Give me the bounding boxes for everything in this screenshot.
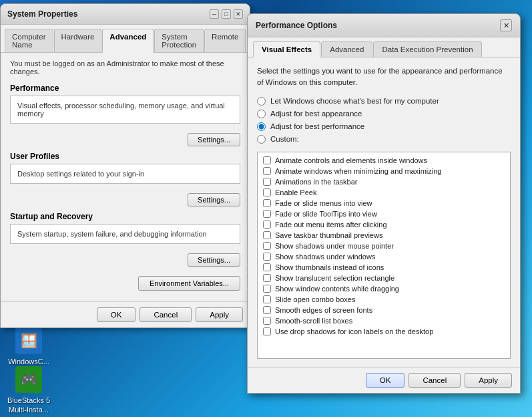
checkbox-slide-combo-label: Slide open combo boxes [275,295,355,303]
maximize-button[interactable]: □ [222,9,231,19]
radio-best-performance-label: Adjust for best performance [270,122,364,130]
checkbox-fade-menu-items[interactable]: Fade out menu items after clicking [258,219,510,230]
perf-ok-button[interactable]: OK [366,373,405,388]
checkbox-smooth-scroll-label: Smooth-scroll list boxes [275,317,352,325]
checkbox-translucent-selection-input[interactable] [263,274,271,282]
environment-variables-button[interactable]: Environment Variables... [138,276,240,291]
tab-system-protection[interactable]: System Protection [154,29,204,52]
cancel-button[interactable]: Cancel [140,307,192,322]
checkbox-fade-menus-input[interactable] [263,199,271,207]
checkbox-save-thumbnail[interactable]: Save taskbar thumbnail previews [258,230,510,241]
user-profiles-desc: Desktop settings related to your sign-in [17,170,233,178]
checkbox-drop-shadows[interactable]: Use drop shadows for icon labels on the … [258,326,510,337]
perf-apply-button[interactable]: Apply [465,373,512,388]
startup-desc: System startup, system failure, and debu… [17,230,233,238]
checkbox-shadows-windows-input[interactable] [263,253,271,261]
env-btn-row: Environment Variables... [10,272,240,295]
radio-custom[interactable]: Custom: [257,135,511,144]
radio-best-performance-input[interactable] [257,122,266,131]
perf-tab-advanced[interactable]: Advanced [321,41,372,57]
checkbox-animate-controls-input[interactable] [263,156,271,164]
checkbox-smooth-edges-label: Smooth edges of screen fonts [275,306,372,314]
checkbox-shadows-pointer[interactable]: Show shadows under mouse pointer [258,241,510,251]
checkbox-enable-peek-input[interactable] [263,188,271,196]
checkbox-animate-controls-label: Animate controls and elements inside win… [275,156,427,164]
checkbox-smooth-scroll[interactable]: Smooth-scroll list boxes [258,315,510,326]
desktop-icon-windowsc[interactable]: 🪟 WindowsC... [5,327,52,366]
checkbox-slide-combo[interactable]: Slide open combo boxes [258,294,510,305]
checkbox-animations-taskbar[interactable]: Animations in the taskbar [258,176,510,187]
checkbox-translucent-selection-label: Show translucent selection rectangle [275,274,394,282]
tab-remote[interactable]: Remote [204,29,246,52]
checkbox-animations-taskbar-input[interactable] [263,178,271,186]
checkbox-enable-peek-label: Enable Peek [275,188,316,196]
checkbox-fade-tooltips[interactable]: Fade or slide ToolTips into view [258,208,510,219]
perf-tab-data-execution[interactable]: Data Execution Prevention [373,41,481,57]
checkbox-animate-controls[interactable]: Animate controls and elements inside win… [258,155,510,166]
startup-box: System startup, system failure, and debu… [10,224,240,244]
checkbox-animations-taskbar-label: Animations in the taskbar [275,178,358,186]
perf-dialog-title: Performance Options [256,21,337,30]
checkbox-smooth-edges[interactable]: Smooth edges of screen fonts [258,305,510,315]
desktop-icon-bluestacks[interactable]: 🎮 BlueStacks 5 Multi-Insta... [5,366,52,415]
checkbox-fade-menu-items-label: Fade out menu items after clicking [275,221,387,229]
minimize-button[interactable]: ─ [210,9,219,19]
apply-button[interactable]: Apply [196,307,243,322]
user-profiles-settings-button[interactable]: Settings... [188,193,240,206]
checkbox-thumbnails-icons-input[interactable] [263,263,271,271]
radio-group: Let Windows choose what's best for my co… [257,97,511,144]
checkbox-fade-menus-label: Fade or slide menus into view [275,199,372,207]
checkbox-fade-tooltips-input[interactable] [263,210,271,218]
checkbox-translucent-selection[interactable]: Show translucent selection rectangle [258,273,510,283]
performance-settings-button[interactable]: Settings... [188,133,240,146]
performance-options-dialog: Performance Options ✕ Visual Effects Adv… [247,13,521,394]
radio-best-appearance-input[interactable] [257,110,266,118]
checkbox-animate-windows[interactable]: Animate windows when minimizing and maxi… [258,166,510,176]
ok-button[interactable]: OK [97,307,136,322]
performance-box: Visual effects, processor scheduling, me… [10,96,240,124]
desktop-icon-windowsc-label: WindowsC... [8,357,49,366]
tab-hardware[interactable]: Hardware [54,29,102,52]
tab-computer-name[interactable]: Computer Name [5,29,53,52]
checkbox-window-contents-input[interactable] [263,285,271,293]
checkbox-drop-shadows-label: Use drop shadows for icon labels on the … [275,327,433,335]
radio-best-appearance[interactable]: Adjust for best appearance [257,110,511,118]
perf-tab-visual-effects[interactable]: Visual Effects [253,41,320,57]
startup-title: Startup and Recovery [10,212,240,221]
perf-footer: OK Cancel Apply [248,367,520,393]
performance-desc: Visual effects, processor scheduling, me… [17,102,233,118]
performance-section: Performance Visual effects, processor sc… [10,84,240,149]
checkbox-save-thumbnail-label: Save taskbar thumbnail previews [275,231,382,239]
checkbox-shadows-pointer-label: Show shadows under mouse pointer [275,242,394,250]
perf-close-button[interactable]: ✕ [500,19,512,31]
checkbox-fade-menu-items-input[interactable] [263,221,271,229]
perf-cancel-button[interactable]: Cancel [409,373,461,388]
checkbox-animate-windows-label: Animate windows when minimizing and maxi… [275,167,441,175]
radio-best-performance[interactable]: Adjust for best performance [257,122,511,131]
tab-advanced[interactable]: Advanced [102,29,154,53]
checkbox-smooth-edges-input[interactable] [263,306,271,314]
radio-best-appearance-label: Adjust for best appearance [270,110,362,118]
checkbox-thumbnails-icons-label: Show thumbnails instead of icons [275,263,384,271]
checkbox-window-contents[interactable]: Show window contents while dragging [258,283,510,294]
close-button[interactable]: ✕ [234,9,243,19]
checkbox-shadows-windows[interactable]: Show shadows under windows [258,251,510,262]
checkbox-enable-peek[interactable]: Enable Peek [258,187,510,198]
desktop-icon-windowsc-img: 🪟 [15,327,42,354]
startup-settings-button[interactable]: Settings... [188,253,240,267]
checkbox-drop-shadows-input[interactable] [263,327,271,335]
checkbox-fade-menus[interactable]: Fade or slide menus into view [258,198,510,208]
startup-settings-row: Settings... [10,251,240,269]
radio-let-windows-input[interactable] [257,97,266,106]
checkbox-animate-windows-input[interactable] [263,167,271,175]
user-profiles-settings-row: Settings... [10,190,240,209]
sys-props-tabs: Computer Name Hardware Advanced System P… [1,25,250,53]
checkbox-thumbnails-icons[interactable]: Show thumbnails instead of icons [258,262,510,273]
radio-let-windows[interactable]: Let Windows choose what's best for my co… [257,97,511,106]
checkbox-save-thumbnail-input[interactable] [263,231,271,239]
sys-props-titlebar: System Properties ─ □ ✕ [1,4,250,25]
radio-custom-input[interactable] [257,135,266,144]
checkbox-shadows-pointer-input[interactable] [263,242,271,250]
checkbox-slide-combo-input[interactable] [263,295,271,303]
checkbox-smooth-scroll-input[interactable] [263,317,271,325]
